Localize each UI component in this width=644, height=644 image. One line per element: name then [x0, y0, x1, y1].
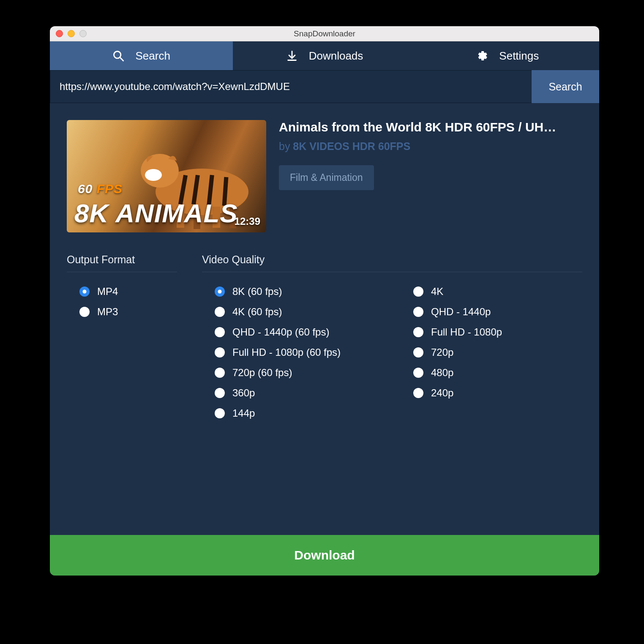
format-label: MP4	[97, 286, 118, 297]
download-icon	[286, 50, 298, 62]
main-tabs: Search Downloads Settings	[50, 41, 599, 70]
output-format-heading: Output Format	[67, 254, 177, 272]
radio-dot	[413, 307, 423, 317]
quality-label: 720p (60 fps)	[232, 367, 292, 379]
format-label: MP3	[97, 306, 118, 318]
category-tag[interactable]: Film & Animation	[279, 165, 374, 190]
channel-link[interactable]: 8K VIDEOS HDR 60FPS	[293, 140, 410, 152]
radio-dot	[215, 408, 225, 418]
quality-label: 8K (60 fps)	[232, 286, 282, 297]
tab-search[interactable]: Search	[50, 41, 233, 70]
radio-dot	[413, 388, 423, 398]
video-quality-heading: Video Quality	[202, 254, 582, 272]
quality-option[interactable]: QHD - 1440p	[401, 302, 582, 322]
radio-dot	[215, 287, 225, 297]
video-header: 60 FPS 8K ANIMALS 12:39 Animals from the…	[67, 120, 582, 232]
quality-label: Full HD - 1080p	[431, 326, 502, 338]
video-quality-group: 8K (60 fps)4K (60 fps)QHD - 1440p (60 fp…	[202, 281, 582, 423]
quality-label: QHD - 1440p (60 fps)	[232, 326, 329, 338]
tab-settings-label: Settings	[499, 49, 539, 63]
titlebar: SnapDownloader	[50, 26, 599, 41]
radio-dot	[79, 287, 90, 297]
video-title: Animals from the World 8K HDR 60FPS / UH…	[279, 120, 582, 134]
quality-label: Full HD - 1080p (60 fps)	[232, 347, 341, 358]
quality-option[interactable]: Full HD - 1080p (60 fps)	[202, 342, 384, 363]
radio-dot	[215, 307, 225, 317]
output-format-group: MP4MP3	[67, 281, 177, 322]
quality-label: 4K (60 fps)	[232, 306, 282, 318]
svg-point-6	[145, 169, 162, 181]
quality-label: QHD - 1440p	[431, 306, 491, 318]
quality-option[interactable]: 720p (60 fps)	[202, 363, 384, 383]
tab-settings[interactable]: Settings	[416, 41, 599, 70]
gear-icon	[476, 50, 488, 62]
radio-dot	[215, 388, 225, 398]
window-zoom-button[interactable]	[79, 30, 87, 37]
download-button[interactable]: Download	[50, 535, 599, 576]
quality-option[interactable]: 360p	[202, 383, 384, 403]
quality-option[interactable]: Full HD - 1080p	[401, 322, 582, 342]
quality-label: 360p	[232, 387, 255, 399]
radio-dot	[215, 347, 225, 357]
content-area: 60 FPS 8K ANIMALS 12:39 Animals from the…	[50, 103, 599, 428]
quality-option[interactable]: 480p	[401, 363, 582, 383]
radio-dot	[413, 368, 423, 378]
app-window: SnapDownloader Search Downloads Settings	[50, 26, 599, 576]
thumb-overlay-fps: 60 FPS	[78, 182, 123, 196]
search-icon	[112, 50, 124, 62]
search-button[interactable]: Search	[532, 70, 599, 103]
radio-dot	[79, 307, 90, 317]
quality-label: 240p	[431, 387, 453, 399]
thumb-overlay-title: 8K ANIMALS	[74, 200, 238, 226]
search-bar: Search	[50, 70, 599, 103]
format-option[interactable]: MP4	[67, 281, 177, 302]
quality-label: 720p	[431, 347, 453, 358]
quality-option[interactable]: 8K (60 fps)	[202, 281, 384, 302]
options-area: Output Format MP4MP3 Video Quality 8K (6…	[67, 254, 582, 423]
tab-downloads-label: Downloads	[309, 49, 363, 63]
video-thumbnail[interactable]: 60 FPS 8K ANIMALS 12:39	[67, 120, 266, 232]
quality-option[interactable]: 144p	[202, 403, 384, 423]
url-input[interactable]	[50, 70, 532, 103]
quality-label: 144p	[232, 407, 255, 419]
quality-option[interactable]: 720p	[401, 342, 582, 363]
format-option[interactable]: MP3	[67, 302, 177, 322]
window-title: SnapDownloader	[50, 29, 599, 38]
window-close-button[interactable]	[56, 30, 63, 37]
radio-dot	[413, 287, 423, 297]
quality-label: 480p	[431, 367, 453, 379]
quality-option[interactable]: 4K (60 fps)	[202, 302, 384, 322]
quality-label: 4K	[431, 286, 443, 297]
svg-line-1	[120, 57, 124, 61]
radio-dot	[215, 327, 225, 337]
radio-dot	[413, 327, 423, 337]
tab-downloads[interactable]: Downloads	[233, 41, 416, 70]
quality-option[interactable]: 240p	[401, 383, 582, 403]
tab-search-label: Search	[135, 49, 170, 63]
video-duration: 12:39	[235, 216, 260, 227]
quality-option[interactable]: 4K	[401, 281, 582, 302]
window-minimize-button[interactable]	[68, 30, 75, 37]
radio-dot	[215, 368, 225, 378]
video-byline: by 8K VIDEOS HDR 60FPS	[279, 140, 582, 153]
radio-dot	[413, 347, 423, 357]
quality-option[interactable]: QHD - 1440p (60 fps)	[202, 322, 384, 342]
